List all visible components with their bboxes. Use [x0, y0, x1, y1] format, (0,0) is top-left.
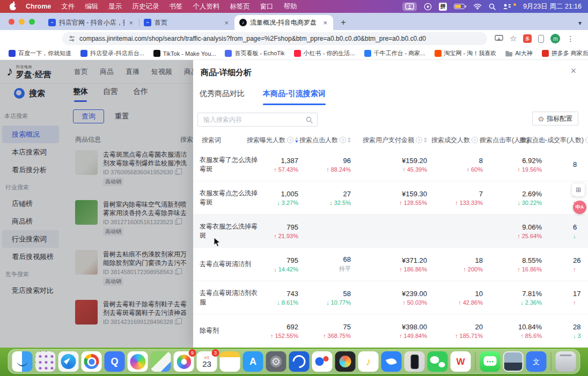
- dock-icon-docs-app[interactable]: 文: [526, 351, 547, 372]
- dock-icon-xunlei[interactable]: [289, 351, 310, 372]
- bookmark-item[interactable]: 拼多多 商家后台: [542, 49, 588, 57]
- menubar-item[interactable]: 标签页: [230, 2, 250, 11]
- profile-avatar[interactable]: m: [550, 34, 560, 43]
- bookmark-item[interactable]: 抖店登录-抖店后台...: [80, 49, 144, 57]
- bookmark-item[interactable]: 千牛工作台 - 商家...: [364, 49, 425, 57]
- menubar-item[interactable]: 显示: [108, 2, 122, 11]
- sort-icon[interactable]: [424, 137, 427, 143]
- menubar-clock[interactable]: 9月23日 周二 21:16: [523, 2, 582, 11]
- help-icon[interactable]: ?: [472, 137, 478, 143]
- translate-button[interactable]: 中A: [573, 201, 586, 214]
- browser-menu-icon[interactable]: ⋮: [567, 34, 574, 43]
- url-bar[interactable]: compass.jinritemai.com/shop/search/traff…: [62, 32, 487, 45]
- table-column-header[interactable]: 搜索点击-成交率(人数) ?: [549, 136, 588, 145]
- extension-icon[interactable]: [538, 35, 544, 43]
- apple-menu-icon[interactable]: [10, 3, 16, 10]
- bookmark-star-icon[interactable]: ☆: [510, 34, 517, 43]
- spotlight-search-icon[interactable]: [489, 3, 496, 10]
- dock-icon-safari[interactable]: [58, 351, 79, 372]
- url-text[interactable]: compass.jinritemai.com/shop/search/traff…: [79, 35, 426, 42]
- table-column-header[interactable]: 搜索用户支付金额 ?: [358, 136, 435, 145]
- site-settings-icon[interactable]: [69, 35, 75, 42]
- dock-icon-media-app[interactable]: [335, 351, 356, 372]
- table-row[interactable]: 去霉点霉斑清洁剂衣服 743 8.61% 58 10.77% ¥239.00: [193, 281, 588, 314]
- help-icon[interactable]: ?: [585, 137, 588, 143]
- dock-icon-iphone-mirroring[interactable]: [405, 351, 425, 372]
- menubar-item[interactable]: 历史记录: [132, 2, 159, 11]
- menubar-item[interactable]: 编辑: [85, 2, 98, 11]
- dock-icon-quark-browser[interactable]: Q: [105, 351, 125, 372]
- table-row[interactable]: 衣服发霉了怎么洗掉霉斑 1,387 57.43% 96 88.24% ¥159.…: [193, 148, 588, 181]
- table-row[interactable]: 衣服发霉点怎么洗掉霉斑 1,005 3.27% 27 32.5% ¥159.30: [193, 181, 588, 215]
- menubar-item[interactable]: 窗口: [260, 2, 274, 11]
- search-icon[interactable]: [306, 116, 313, 123]
- play-circle-icon[interactable]: [424, 3, 432, 11]
- tab-search-chevron-icon[interactable]: ▾: [578, 19, 582, 27]
- browser-tab[interactable]: ~ 首页 ×: [139, 15, 234, 30]
- table-row[interactable]: 发霉衣服怎么洗掉霉斑 795 21.93%: [193, 215, 588, 248]
- menubar-item[interactable]: 文件: [61, 2, 75, 11]
- menubar-item[interactable]: Chrome: [26, 3, 51, 10]
- dock-icon-chrome[interactable]: [82, 351, 102, 372]
- browser-tab[interactable]: ~ 抖店官网 - 抖音小店，抖音电... ×: [43, 15, 139, 30]
- window-zoom-button[interactable]: [29, 19, 35, 25]
- dock-icon-dingtalk[interactable]: [381, 351, 402, 372]
- dock-icon-notes[interactable]: [220, 351, 240, 372]
- bookmark-item[interactable]: 小红书 - 你的生活...: [294, 49, 355, 57]
- table-row[interactable]: 去霉点霉斑清洁剂 795 14.42% 68 持平 ¥371.20: [193, 248, 588, 281]
- tab-close-icon[interactable]: ×: [223, 19, 230, 27]
- new-tab-button[interactable]: +: [336, 16, 350, 30]
- help-icon[interactable]: ?: [340, 137, 346, 143]
- wifi-icon[interactable]: [473, 3, 482, 10]
- screen-mirroring-icon[interactable]: [402, 2, 417, 11]
- drawer-tab-tab-traffic-keywords[interactable]: 本商品-引流搜索词: [263, 89, 326, 105]
- pay-amount-cell: [358, 227, 435, 235]
- send-to-device-icon[interactable]: [495, 35, 503, 42]
- dock-icon-window-preview[interactable]: [503, 351, 524, 372]
- table-column-header[interactable]: 搜索点击人数 ?: [306, 136, 358, 145]
- window-minimize-button[interactable]: [19, 19, 25, 25]
- dock-icon-messages[interactable]: ⋯: [480, 351, 501, 372]
- dock-icon-maps[interactable]: [151, 351, 171, 372]
- dock-icon-photos[interactable]: 9: [174, 351, 194, 372]
- close-icon[interactable]: ×: [570, 65, 576, 77]
- metric-config-button[interactable]: ⊙ 指标配置: [532, 112, 578, 126]
- dock-icon-finder[interactable]: [12, 351, 33, 372]
- dock-icon-system-settings[interactable]: ⚙: [266, 351, 286, 372]
- dock-icon-pinwheel-browser[interactable]: [128, 351, 148, 372]
- dock-icon-qq-music[interactable]: ♪: [358, 351, 379, 372]
- menubar-item[interactable]: 书签: [169, 2, 182, 11]
- dock: Q: [8, 349, 580, 374]
- bookmark-item[interactable]: TikTok - Make You...: [153, 50, 216, 57]
- browser-tab[interactable]: ♪ 流量概况-抖音电商罗盘 ×: [234, 15, 333, 30]
- dock-icon-trash[interactable]: [556, 351, 576, 372]
- extension-pdd-icon[interactable]: 多: [523, 34, 532, 43]
- table-row[interactable]: 除霉剂 692 152.55% 75 368.75% ¥398.00: [193, 314, 588, 348]
- widget-grid-icon[interactable]: ⊞: [572, 183, 585, 196]
- keyword-search-box[interactable]: [197, 113, 318, 127]
- input-method-icon[interactable]: 拼: [439, 3, 447, 11]
- tab-close-icon[interactable]: ×: [322, 19, 328, 27]
- bookmark-item[interactable]: 首页看板 - EchoTik: [225, 49, 284, 57]
- sort-icon[interactable]: [348, 137, 351, 143]
- help-icon[interactable]: ?: [287, 137, 293, 143]
- dock-icon-wps-office[interactable]: W: [451, 351, 471, 372]
- dock-icon-app-store[interactable]: A: [243, 351, 263, 372]
- tab-close-icon[interactable]: ×: [128, 19, 134, 27]
- bookmark-item[interactable]: AI大神: [505, 49, 532, 57]
- sort-icon[interactable]: [295, 137, 298, 143]
- bookmark-item[interactable]: 百度一下，你就知道: [9, 49, 71, 57]
- keyword-search-input[interactable]: [202, 115, 303, 124]
- dock-icon-calendar[interactable]: 9月23 3: [197, 351, 217, 372]
- dock-icon-launchpad[interactable]: [35, 351, 56, 372]
- drawer-tab-tab-excellent-compare[interactable]: 优秀商品对比: [200, 89, 245, 105]
- bookmark-item[interactable]: 淘宝网 - 淘！我喜欢: [435, 49, 497, 57]
- user-switch-icon[interactable]: [503, 3, 511, 10]
- menubar-item[interactable]: 个人资料: [193, 2, 219, 11]
- dock-icon-meeting-app[interactable]: [312, 351, 333, 372]
- menubar-item[interactable]: 帮助: [284, 2, 297, 11]
- window-close-button[interactable]: [9, 19, 14, 25]
- dock-icon-wechat[interactable]: [428, 351, 448, 372]
- battery-icon[interactable]: [454, 4, 466, 9]
- help-icon[interactable]: ?: [416, 137, 422, 143]
